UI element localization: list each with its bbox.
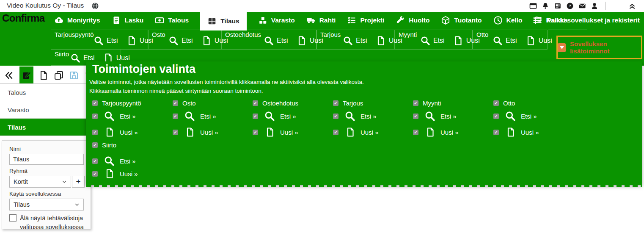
search-icon[interactable]	[424, 111, 435, 122]
uusi-link[interactable]: Uusi »	[120, 170, 138, 177]
uusi-link[interactable]: Uusi »	[521, 129, 539, 136]
etsi-link[interactable]: Etsi »	[440, 113, 457, 120]
window-icon[interactable]	[529, 2, 537, 10]
checkbox[interactable]	[253, 114, 258, 119]
add-group-button[interactable]: +	[72, 176, 85, 188]
checkbox[interactable]	[333, 114, 339, 119]
new-document-icon[interactable]	[265, 127, 275, 137]
panel-column-label[interactable]: Tarjous	[343, 100, 363, 107]
checkbox[interactable]	[413, 114, 418, 119]
checkbox[interactable]	[493, 114, 499, 119]
submenu-group-label[interactable]: Otto	[476, 31, 488, 38]
menu-item-tilaus-active[interactable]: Tilaus	[200, 12, 247, 30]
checkbox[interactable]	[333, 100, 339, 106]
search-icon[interactable]	[344, 111, 355, 122]
checkbox[interactable]	[253, 100, 258, 106]
panel-column-label[interactable]: Osto	[182, 100, 196, 107]
etsi-link[interactable]: Etsi »	[521, 113, 537, 120]
menu-item-kello[interactable]: Kello	[493, 16, 523, 25]
etsi-link[interactable]: Etsi »	[361, 113, 377, 120]
nimi-input[interactable]	[9, 154, 84, 165]
new-document-icon[interactable]	[425, 127, 435, 137]
etsi-action[interactable]: Etsi	[168, 36, 193, 46]
hide-tasklists-checkbox[interactable]	[9, 214, 17, 222]
app-extra-actions-button[interactable]: Sovelluksen lisätoiminnot	[556, 36, 642, 59]
news-icon[interactable]	[554, 2, 561, 10]
copy-icon[interactable]	[54, 70, 64, 80]
checkbox[interactable]	[92, 114, 98, 119]
panel-column-label[interactable]: Ostoehdotus	[262, 100, 298, 107]
uusi-action[interactable]: Uusi	[526, 36, 552, 46]
user-icon[interactable]	[591, 2, 598, 10]
collapse-left-icon[interactable]	[4, 70, 14, 80]
checkbox[interactable]	[413, 130, 418, 135]
menu-item-huolto[interactable]: Huolto	[396, 16, 429, 25]
checkbox[interactable]	[92, 130, 98, 135]
mail-icon[interactable]	[578, 2, 586, 10]
checkbox[interactable]	[253, 130, 258, 135]
submenu-group-label[interactable]: Osto	[152, 31, 165, 38]
submenu-group-label[interactable]: Myynti	[399, 31, 417, 38]
menu-item-varasto[interactable]: Varasto	[258, 16, 295, 25]
etsi-link[interactable]: Etsi »	[120, 158, 136, 165]
checkbox[interactable]	[92, 171, 98, 177]
etsi-link[interactable]: Etsi »	[120, 113, 136, 120]
list-item-talous[interactable]: Talous	[0, 84, 91, 101]
submenu-group-label[interactable]: Siirto	[55, 50, 69, 58]
search-icon[interactable]	[505, 111, 516, 122]
etsi-action[interactable]: Etsi	[420, 36, 445, 46]
checkbox[interactable]	[92, 142, 98, 148]
etsi-action[interactable]: Etsi	[343, 36, 367, 46]
checkbox[interactable]	[173, 100, 178, 106]
bell-icon[interactable]	[542, 2, 549, 10]
kayta-select[interactable]: Tilaus	[9, 199, 84, 211]
etsi-link[interactable]: Etsi »	[280, 113, 296, 120]
checkbox[interactable]	[333, 130, 339, 135]
menu-item-moniyritys[interactable]: Moniyritys	[54, 16, 100, 25]
ryhma-select[interactable]: Kortit	[9, 176, 71, 188]
uusi-link[interactable]: Uusi »	[440, 129, 459, 136]
new-document-icon[interactable]	[105, 169, 115, 179]
search-icon[interactable]	[104, 155, 115, 166]
search-icon[interactable]	[184, 111, 195, 122]
submenu-group-label[interactable]: Tarjouspyyntö	[55, 31, 94, 38]
uusi-link[interactable]: Uusi »	[120, 129, 138, 136]
menu-item-talous[interactable]: Talous	[155, 16, 189, 25]
panel-column-label[interactable]: Myynti	[423, 100, 441, 107]
menu-item-rahti[interactable]: Rahti	[306, 16, 336, 25]
new-document-icon[interactable]	[185, 127, 195, 137]
uusi-link[interactable]: Uusi »	[280, 129, 298, 136]
uusi-link[interactable]: Uusi »	[361, 129, 379, 136]
edit-button[interactable]	[19, 66, 33, 84]
checkbox[interactable]	[92, 100, 98, 106]
save-icon[interactable]	[69, 70, 79, 80]
panel-column-label[interactable]: Tarjouspyyntö	[102, 100, 141, 107]
panel-column-label[interactable]: Otto	[503, 100, 515, 107]
submenu-group-label[interactable]: Tarjous	[320, 31, 341, 38]
collapse-up-icon[interactable]	[628, 2, 636, 10]
etsi-action[interactable]: Etsi	[264, 36, 288, 46]
checkbox[interactable]	[92, 158, 98, 164]
new-document-icon[interactable]	[506, 127, 516, 137]
checkbox[interactable]	[173, 114, 178, 119]
new-document-icon[interactable]	[105, 127, 115, 137]
submenu-group-label[interactable]: Ostoehdotus	[225, 31, 261, 38]
etsi-action[interactable]: Etsi	[94, 36, 118, 46]
menu-item-projekti[interactable]: Projekti	[347, 16, 384, 25]
etsi-action[interactable]: Etsi	[493, 36, 517, 46]
checkbox[interactable]	[413, 100, 418, 106]
all-apps-button[interactable]: Kaikki sovellukset ja rekisterit	[533, 12, 640, 29]
uusi-link[interactable]: Uusi »	[200, 129, 218, 136]
menu-item-tuotanto[interactable]: Tuotanto	[441, 16, 482, 25]
search-icon[interactable]	[264, 111, 275, 122]
brand-logo[interactable]: Confirma	[2, 12, 45, 24]
new-record-icon[interactable]	[39, 70, 49, 80]
list-item-varasto[interactable]: Varasto	[0, 101, 91, 119]
etsi-link[interactable]: Etsi »	[200, 113, 216, 120]
checkbox[interactable]	[493, 100, 499, 106]
list-item-tilaus-selected[interactable]: Tilaus	[0, 119, 91, 136]
search-icon[interactable]	[104, 111, 115, 122]
new-document-icon[interactable]	[345, 127, 355, 137]
panel-column-label[interactable]: Siirto	[102, 141, 116, 149]
checkbox[interactable]	[173, 130, 178, 135]
